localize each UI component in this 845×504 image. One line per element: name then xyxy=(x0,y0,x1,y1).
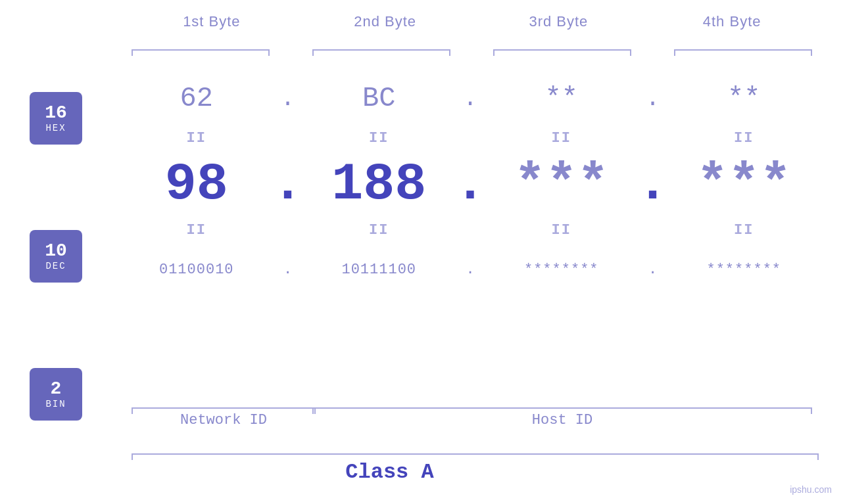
dec-row: 98 . 188 . *** . *** xyxy=(122,151,819,217)
hex-val1-cell: 62 xyxy=(122,83,272,114)
bin-dot2: . xyxy=(454,262,487,278)
hex-val3: ** xyxy=(545,83,578,114)
dec-dot3: . xyxy=(637,154,669,214)
hex-dot2: . xyxy=(454,85,487,112)
hex-dot3: . xyxy=(637,85,669,112)
bin-dot1: . xyxy=(272,262,304,278)
dec-val1: 98 xyxy=(165,154,228,214)
eq1-c3: II xyxy=(487,130,637,147)
equals-row-1: II II II II xyxy=(122,125,819,151)
watermark: ipshu.com xyxy=(790,484,832,495)
hex-val4-cell: ** xyxy=(669,83,819,114)
class-label: Class A xyxy=(0,460,779,484)
main-container: 1st Byte 2nd Byte 3rd Byte 4th Byte 16 H… xyxy=(0,0,845,504)
bin-val2: 10111100 xyxy=(341,262,416,278)
dec-val4: *** xyxy=(696,154,791,214)
dec-val2-cell: 188 xyxy=(304,154,454,214)
eq2-c2: II xyxy=(304,222,454,239)
badge-dec: 10 DEC xyxy=(30,230,82,283)
eq1-c2: II xyxy=(304,130,454,147)
rows-area: 62 . BC . ** . ** II II xyxy=(122,72,819,296)
hex-num: 16 xyxy=(45,103,67,124)
eq1-c4: II xyxy=(669,130,819,147)
header-byte1: 1st Byte xyxy=(125,13,299,30)
network-id-bracket xyxy=(132,407,316,409)
dec-dot1: . xyxy=(272,154,304,214)
bracket-byte4 xyxy=(674,49,812,51)
dec-dot2: . xyxy=(454,154,487,214)
hex-val1: 62 xyxy=(180,83,213,114)
bin-val3-cell: ******** xyxy=(487,262,637,278)
bin-val4: ******** xyxy=(706,262,781,278)
host-id-label: Host ID xyxy=(312,412,812,428)
host-id-bracket xyxy=(312,407,812,409)
header-byte3: 3rd Byte xyxy=(472,13,646,30)
bin-val1-cell: 01100010 xyxy=(122,262,272,278)
hex-dot1: . xyxy=(272,85,304,112)
bin-val3: ******** xyxy=(524,262,599,278)
dec-val3: *** xyxy=(514,154,609,214)
dec-dot3-val: . xyxy=(637,154,668,214)
bin-dot3: . xyxy=(637,262,669,278)
bin-val1: 01100010 xyxy=(159,262,234,278)
dec-label: DEC xyxy=(45,261,66,271)
badge-hex: 16 HEX xyxy=(30,92,82,145)
dec-val2: 188 xyxy=(331,154,426,214)
eq2-c4: II xyxy=(669,222,819,239)
eq1-c1: II xyxy=(122,130,272,147)
badge-bin: 2 BIN xyxy=(30,368,82,421)
network-id-label: Network ID xyxy=(132,412,316,428)
eq2-c3: II xyxy=(487,222,637,239)
overall-bracket xyxy=(132,453,819,455)
bin-num: 2 xyxy=(51,379,62,400)
bracket-byte1 xyxy=(132,49,270,51)
base-labels: 16 HEX 10 DEC 2 BIN xyxy=(30,92,82,421)
bracket-byte3 xyxy=(493,49,631,51)
hex-val2: BC xyxy=(362,83,395,114)
header-byte4: 4th Byte xyxy=(645,13,819,30)
hex-row: 62 . BC . ** . ** xyxy=(122,72,819,125)
dec-val4-cell: *** xyxy=(669,154,819,214)
dec-num: 10 xyxy=(45,241,67,262)
dec-val1-cell: 98 xyxy=(122,154,272,214)
bin-label: BIN xyxy=(45,399,66,409)
hex-val3-cell: ** xyxy=(487,83,637,114)
equals-row-2: II II II II xyxy=(122,217,819,243)
dec-dot1-val: . xyxy=(272,154,303,214)
byte-headers: 1st Byte 2nd Byte 3rd Byte 4th Byte xyxy=(125,13,819,30)
eq2-c1: II xyxy=(122,222,272,239)
dec-val3-cell: *** xyxy=(487,154,637,214)
bracket-byte2 xyxy=(312,49,450,51)
hex-label: HEX xyxy=(45,123,66,133)
bin-val4-cell: ******** xyxy=(669,262,819,278)
bin-val2-cell: 10111100 xyxy=(304,262,454,278)
header-byte2: 2nd Byte xyxy=(299,13,472,30)
hex-val4: ** xyxy=(727,83,760,114)
dec-dot2-val: . xyxy=(454,154,486,214)
bin-row: 01100010 . 10111100 . ******** . *******… xyxy=(122,243,819,296)
hex-val2-cell: BC xyxy=(304,83,454,114)
